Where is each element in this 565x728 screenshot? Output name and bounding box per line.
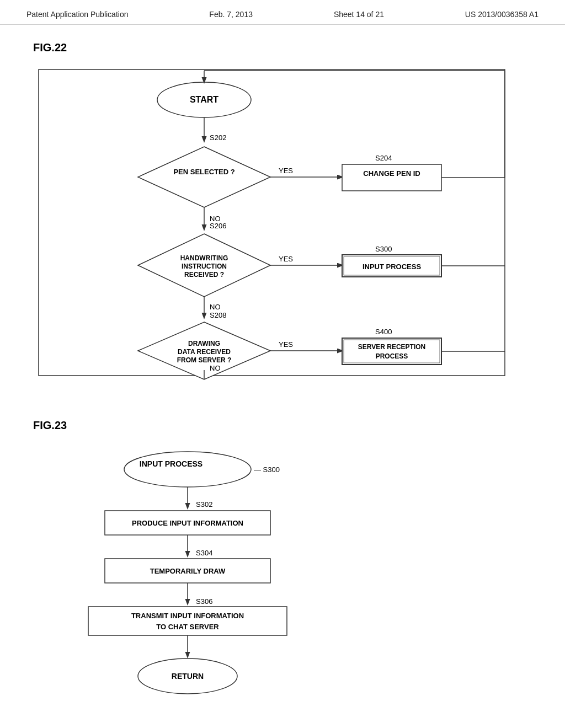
- start-node: START: [190, 95, 218, 104]
- server-reception-node2: PROCESS: [376, 352, 408, 360]
- fig22-svg: START S202 PEN SELECTED ? YES S204 CHANG…: [33, 64, 513, 384]
- sheet-label: Sheet 14 of 21: [334, 10, 384, 19]
- s300-label: S300: [375, 245, 392, 253]
- fig23-s302: S302: [196, 500, 212, 508]
- no2-label: NO: [210, 303, 221, 311]
- change-pen-id-node: CHANGE PEN ID: [363, 169, 420, 178]
- publication-label: Patent Application Publication: [26, 10, 128, 19]
- fig22-flowchart: FIG.22 START S202 PEN SELECTED ? YES S20…: [33, 41, 532, 386]
- svg-rect-19: [342, 338, 441, 365]
- svg-point-23: [124, 452, 251, 487]
- fig23-label: FIG.23: [33, 419, 532, 432]
- fig23-transmit1: TRANSMIT INPUT INFORMATION: [131, 612, 244, 620]
- fig23-s304: S304: [196, 549, 212, 557]
- fig23-produce: PRODUCE INPUT INFORMATION: [132, 519, 243, 527]
- server-reception-node1: SERVER RECEPTION: [358, 343, 425, 351]
- fig23-s300: — S300: [254, 465, 280, 474]
- handwriting-node2: INSTRUCTION: [182, 263, 227, 270]
- drawing-node2: DATA RECEIVED: [178, 348, 231, 356]
- main-content: FIG.22 START S202 PEN SELECTED ? YES S20…: [0, 25, 565, 728]
- drawing-node3: FROM SERVER ?: [177, 356, 231, 364]
- page-header: Patent Application Publication Feb. 7, 2…: [0, 0, 565, 25]
- pen-selected-node: PEN SELECTED ?: [173, 168, 234, 176]
- handwriting-node1: HANDWRITING: [180, 254, 228, 262]
- date-label: Feb. 7, 2013: [209, 10, 253, 19]
- yes1-label: YES: [279, 167, 293, 175]
- no3-label: NO: [210, 364, 221, 372]
- yes3-label: YES: [279, 340, 293, 349]
- fig23-temporarily-draw: TEMPORARILY DRAW: [150, 567, 226, 575]
- fig23-s306: S306: [196, 597, 212, 606]
- svg-rect-5: [342, 164, 441, 191]
- svg-rect-0: [39, 69, 505, 376]
- fig23-input-process: INPUT PROCESS: [140, 459, 202, 468]
- drawing-node1: DRAWING: [188, 340, 220, 347]
- s208-label: S208: [210, 311, 226, 319]
- fig23-svg: INPUT PROCESS — S300 S302 PRODUCE INPUT …: [33, 442, 419, 728]
- s204-label: S204: [375, 154, 392, 162]
- svg-rect-29: [88, 607, 287, 635]
- fig22-label: FIG.22: [33, 41, 532, 54]
- s202-label: S202: [210, 133, 226, 142]
- patent-number: US 2013/0036358 A1: [465, 10, 539, 19]
- svg-marker-3: [138, 147, 270, 207]
- fig23-transmit2: TO CHAT SERVER: [156, 623, 219, 631]
- s206-label: S206: [210, 222, 226, 230]
- fig23-return: RETURN: [172, 672, 204, 681]
- fig23-flowchart: FIG.23 INPUT PROCESS — S300 S302 PRODUCE…: [33, 419, 532, 728]
- yes2-label: YES: [279, 255, 293, 263]
- handwriting-node3: RECEIVED ?: [184, 271, 224, 279]
- s400-label: S400: [375, 328, 392, 336]
- input-process-node: INPUT PROCESS: [363, 263, 422, 271]
